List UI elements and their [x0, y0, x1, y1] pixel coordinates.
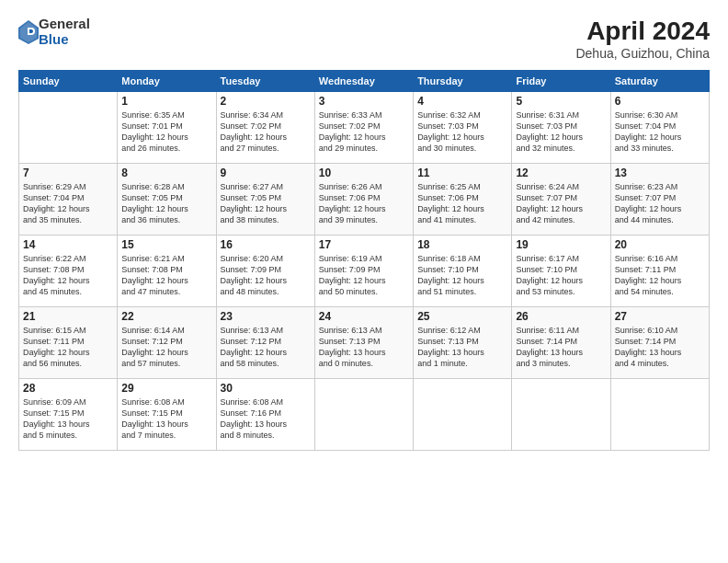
calendar-cell: 3Sunrise: 6:33 AM Sunset: 7:02 PM Daylig…	[314, 92, 413, 164]
day-number: 18	[417, 238, 507, 251]
header: General Blue April 2024 Dehua, Guizhou, …	[18, 17, 710, 61]
col-sunday: Sunday	[19, 71, 118, 92]
day-info: Sunrise: 6:25 AM Sunset: 7:06 PM Dayligh…	[417, 181, 507, 226]
day-info: Sunrise: 6:16 AM Sunset: 7:11 PM Dayligh…	[615, 253, 705, 298]
calendar-cell: 26Sunrise: 6:11 AM Sunset: 7:14 PM Dayli…	[512, 307, 610, 379]
logo-icon	[18, 20, 39, 44]
calendar-week-row: 28Sunrise: 6:09 AM Sunset: 7:15 PM Dayli…	[19, 379, 710, 451]
calendar-cell: 8Sunrise: 6:28 AM Sunset: 7:05 PM Daylig…	[118, 164, 216, 236]
day-info: Sunrise: 6:15 AM Sunset: 7:11 PM Dayligh…	[23, 325, 113, 370]
day-info: Sunrise: 6:09 AM Sunset: 7:15 PM Dayligh…	[23, 396, 113, 442]
day-number: 10	[319, 167, 409, 179]
day-number: 29	[121, 382, 211, 395]
calendar-cell: 22Sunrise: 6:14 AM Sunset: 7:12 PM Dayli…	[118, 307, 216, 379]
calendar-cell	[314, 379, 413, 451]
day-info: Sunrise: 6:14 AM Sunset: 7:12 PM Dayligh…	[121, 325, 211, 370]
calendar-cell: 24Sunrise: 6:13 AM Sunset: 7:13 PM Dayli…	[314, 307, 413, 379]
calendar-cell: 30Sunrise: 6:08 AM Sunset: 7:16 PM Dayli…	[216, 379, 314, 451]
day-number: 21	[23, 310, 113, 323]
calendar-cell: 5Sunrise: 6:31 AM Sunset: 7:03 PM Daylig…	[512, 92, 610, 164]
day-info: Sunrise: 6:33 AM Sunset: 7:02 PM Dayligh…	[319, 109, 409, 155]
day-info: Sunrise: 6:24 AM Sunset: 7:07 PM Dayligh…	[516, 181, 606, 226]
day-number: 8	[121, 167, 211, 179]
day-number: 14	[23, 238, 113, 251]
day-info: Sunrise: 6:19 AM Sunset: 7:09 PM Dayligh…	[319, 253, 409, 298]
col-wednesday: Wednesday	[314, 71, 413, 92]
calendar-cell: 23Sunrise: 6:13 AM Sunset: 7:12 PM Dayli…	[216, 307, 314, 379]
day-number: 12	[516, 167, 606, 179]
day-info: Sunrise: 6:20 AM Sunset: 7:09 PM Dayligh…	[221, 253, 311, 298]
day-number: 1	[121, 95, 211, 108]
calendar-cell: 27Sunrise: 6:10 AM Sunset: 7:14 PM Dayli…	[610, 307, 709, 379]
col-friday: Friday	[512, 71, 610, 92]
day-info: Sunrise: 6:17 AM Sunset: 7:10 PM Dayligh…	[516, 253, 606, 298]
day-number: 28	[23, 382, 113, 395]
day-number: 6	[615, 95, 705, 108]
day-number: 30	[221, 382, 311, 395]
calendar-cell: 13Sunrise: 6:23 AM Sunset: 7:07 PM Dayli…	[610, 164, 709, 236]
calendar-week-row: 21Sunrise: 6:15 AM Sunset: 7:11 PM Dayli…	[19, 307, 710, 379]
day-number: 22	[121, 310, 211, 323]
calendar-week-row: 7Sunrise: 6:29 AM Sunset: 7:04 PM Daylig…	[19, 164, 710, 236]
day-number: 25	[417, 310, 507, 323]
calendar-cell: 18Sunrise: 6:18 AM Sunset: 7:10 PM Dayli…	[414, 236, 512, 307]
calendar-cell	[19, 92, 118, 164]
calendar-cell: 14Sunrise: 6:22 AM Sunset: 7:08 PM Dayli…	[19, 236, 118, 307]
calendar-cell: 15Sunrise: 6:21 AM Sunset: 7:08 PM Dayli…	[118, 236, 216, 307]
calendar-week-row: 14Sunrise: 6:22 AM Sunset: 7:08 PM Dayli…	[19, 236, 710, 307]
day-number: 11	[417, 167, 507, 179]
col-thursday: Thursday	[414, 71, 512, 92]
day-number: 9	[221, 167, 311, 179]
title-block: April 2024 Dehua, Guizhou, China	[575, 17, 710, 61]
day-info: Sunrise: 6:21 AM Sunset: 7:08 PM Dayligh…	[121, 253, 211, 298]
day-info: Sunrise: 6:08 AM Sunset: 7:16 PM Dayligh…	[221, 396, 311, 442]
day-number: 2	[221, 95, 311, 108]
calendar-cell: 29Sunrise: 6:08 AM Sunset: 7:15 PM Dayli…	[118, 379, 216, 451]
calendar-cell	[512, 379, 610, 451]
calendar-header-row: Sunday Monday Tuesday Wednesday Thursday…	[19, 71, 710, 92]
calendar-cell: 20Sunrise: 6:16 AM Sunset: 7:11 PM Dayli…	[610, 236, 709, 307]
calendar-cell: 25Sunrise: 6:12 AM Sunset: 7:13 PM Dayli…	[414, 307, 512, 379]
calendar-table: Sunday Monday Tuesday Wednesday Thursday…	[18, 70, 710, 451]
calendar-page: General Blue April 2024 Dehua, Guizhou, …	[0, 0, 728, 563]
day-info: Sunrise: 6:27 AM Sunset: 7:05 PM Dayligh…	[221, 181, 311, 226]
main-title: April 2024	[575, 17, 710, 46]
calendar-cell: 17Sunrise: 6:19 AM Sunset: 7:09 PM Dayli…	[314, 236, 413, 307]
day-info: Sunrise: 6:18 AM Sunset: 7:10 PM Dayligh…	[417, 253, 507, 298]
day-info: Sunrise: 6:08 AM Sunset: 7:15 PM Dayligh…	[121, 396, 211, 442]
day-info: Sunrise: 6:34 AM Sunset: 7:02 PM Dayligh…	[221, 109, 311, 155]
day-info: Sunrise: 6:11 AM Sunset: 7:14 PM Dayligh…	[516, 325, 606, 370]
day-info: Sunrise: 6:28 AM Sunset: 7:05 PM Dayligh…	[121, 181, 211, 226]
calendar-cell: 16Sunrise: 6:20 AM Sunset: 7:09 PM Dayli…	[216, 236, 314, 307]
day-info: Sunrise: 6:35 AM Sunset: 7:01 PM Dayligh…	[121, 109, 211, 155]
day-number: 20	[615, 238, 705, 251]
calendar-cell: 28Sunrise: 6:09 AM Sunset: 7:15 PM Dayli…	[19, 379, 118, 451]
day-info: Sunrise: 6:12 AM Sunset: 7:13 PM Dayligh…	[417, 325, 507, 370]
col-saturday: Saturday	[610, 71, 709, 92]
calendar-week-row: 1Sunrise: 6:35 AM Sunset: 7:01 PM Daylig…	[19, 92, 710, 164]
day-info: Sunrise: 6:13 AM Sunset: 7:13 PM Dayligh…	[319, 325, 409, 370]
day-number: 3	[319, 95, 409, 108]
day-info: Sunrise: 6:22 AM Sunset: 7:08 PM Dayligh…	[23, 253, 113, 298]
calendar-cell: 9Sunrise: 6:27 AM Sunset: 7:05 PM Daylig…	[216, 164, 314, 236]
day-info: Sunrise: 6:13 AM Sunset: 7:12 PM Dayligh…	[221, 325, 311, 370]
calendar-cell: 21Sunrise: 6:15 AM Sunset: 7:11 PM Dayli…	[19, 307, 118, 379]
day-number: 17	[319, 238, 409, 251]
logo-blue: Blue	[39, 32, 90, 48]
day-number: 19	[516, 238, 606, 251]
day-number: 7	[23, 167, 113, 179]
day-info: Sunrise: 6:10 AM Sunset: 7:14 PM Dayligh…	[615, 325, 705, 370]
col-tuesday: Tuesday	[216, 71, 314, 92]
day-number: 23	[221, 310, 311, 323]
location-subtitle: Dehua, Guizhou, China	[575, 46, 710, 61]
calendar-cell: 19Sunrise: 6:17 AM Sunset: 7:10 PM Dayli…	[512, 236, 610, 307]
day-info: Sunrise: 6:31 AM Sunset: 7:03 PM Dayligh…	[516, 109, 606, 155]
calendar-cell: 11Sunrise: 6:25 AM Sunset: 7:06 PM Dayli…	[414, 164, 512, 236]
calendar-cell: 1Sunrise: 6:35 AM Sunset: 7:01 PM Daylig…	[118, 92, 216, 164]
day-number: 13	[615, 167, 705, 179]
day-number: 27	[615, 310, 705, 323]
logo: General Blue	[18, 17, 90, 47]
calendar-cell: 4Sunrise: 6:32 AM Sunset: 7:03 PM Daylig…	[414, 92, 512, 164]
calendar-cell: 10Sunrise: 6:26 AM Sunset: 7:06 PM Dayli…	[314, 164, 413, 236]
logo-general: General	[39, 17, 90, 32]
